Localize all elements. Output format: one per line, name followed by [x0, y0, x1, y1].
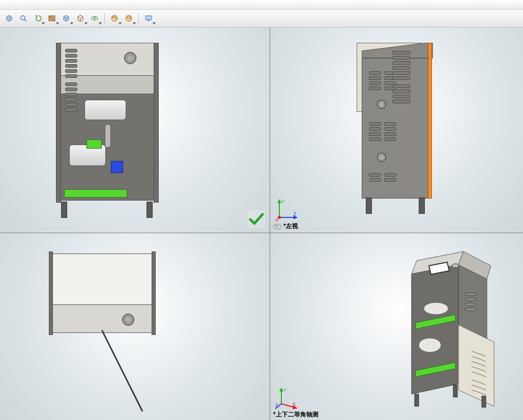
svg-rect-45 — [415, 394, 419, 406]
edit-appearance-button[interactable] — [108, 12, 121, 24]
model-top — [51, 254, 173, 406]
apply-scene-button[interactable] — [123, 12, 135, 24]
svg-line-25 — [102, 330, 142, 411]
svg-text:Z: Z — [294, 211, 297, 216]
svg-point-12 — [130, 18, 131, 19]
model-dimetric — [387, 243, 509, 411]
viewport-left[interactable]: Y Z X *左视 — [270, 27, 523, 233]
confirm-corner-button[interactable] — [246, 209, 267, 230]
menubar — [0, 0, 523, 10]
orientation-triad: Y Z X — [275, 198, 299, 221]
toolbar-separator — [138, 13, 139, 24]
svg-point-39 — [452, 264, 459, 268]
svg-point-10 — [127, 17, 128, 18]
svg-point-30 — [464, 308, 477, 311]
view-orientation-button[interactable] — [60, 12, 72, 24]
viewport-area: Y Z X *左视 — [0, 27, 523, 420]
viewport-label: *上下二等角轴测 — [273, 410, 318, 419]
viewport-label: *左视 — [273, 222, 298, 231]
zoom-to-fit-button[interactable] — [3, 12, 15, 24]
svg-marker-18 — [277, 199, 281, 203]
svg-point-9 — [126, 15, 132, 21]
svg-rect-14 — [148, 20, 150, 21]
svg-point-42 — [424, 302, 448, 315]
model-left — [357, 43, 504, 216]
model-front — [56, 43, 158, 216]
display-style-button[interactable] — [74, 12, 86, 24]
svg-marker-49 — [279, 387, 283, 391]
control-knob — [124, 52, 136, 64]
svg-rect-13 — [146, 16, 152, 20]
svg-point-8 — [115, 18, 117, 19]
orientation-triad: Y X Z — [275, 386, 299, 410]
viewport-dimetric[interactable]: Y X Z *上下二等角轴测 — [270, 233, 523, 420]
view-settings-button[interactable] — [142, 12, 155, 24]
link-icon — [273, 224, 281, 229]
svg-point-11 — [129, 16, 130, 17]
svg-marker-44 — [458, 325, 494, 406]
previous-view-button[interactable] — [32, 12, 44, 24]
svg-point-6 — [112, 17, 113, 18]
svg-text:X: X — [275, 217, 278, 221]
svg-point-1 — [21, 16, 25, 20]
viewport-front[interactable] — [0, 27, 270, 233]
svg-point-27 — [464, 293, 477, 296]
svg-text:Y: Y — [281, 199, 284, 204]
svg-text:X: X — [293, 402, 296, 407]
svg-point-43 — [419, 338, 441, 352]
svg-rect-46 — [453, 385, 457, 397]
svg-text:Y: Y — [283, 387, 286, 393]
section-view-button[interactable] — [46, 12, 58, 24]
viewport-top[interactable] — [0, 233, 270, 420]
zoom-to-area-button[interactable] — [17, 12, 30, 24]
blue-component — [111, 161, 123, 173]
svg-rect-47 — [482, 396, 486, 407]
svg-point-29 — [464, 303, 477, 306]
svg-point-28 — [464, 298, 477, 301]
orange-edge — [428, 43, 432, 199]
svg-point-7 — [114, 16, 115, 17]
svg-text:Z: Z — [275, 403, 278, 408]
heads-up-view-toolbar — [0, 10, 523, 27]
hide-show-items-button[interactable] — [89, 12, 101, 24]
svg-point-4 — [94, 17, 96, 19]
toolbar-separator — [104, 13, 105, 24]
